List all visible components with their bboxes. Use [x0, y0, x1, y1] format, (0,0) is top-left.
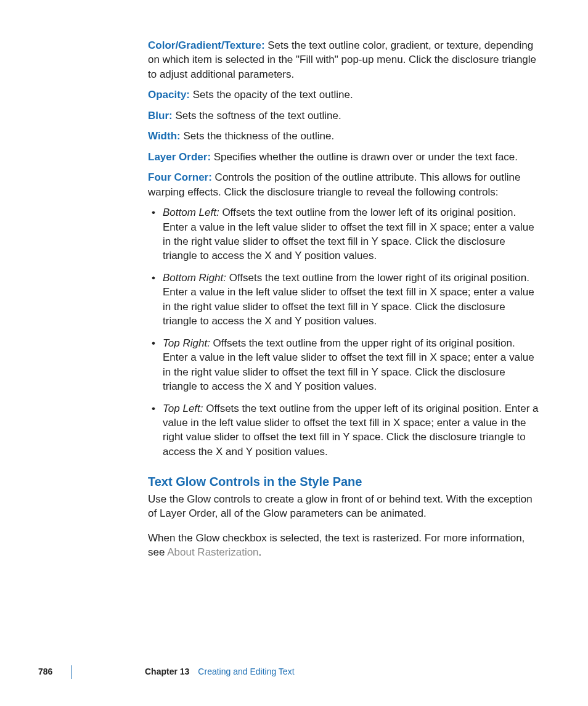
- link-about-rasterization[interactable]: About Rasterization: [167, 546, 258, 558]
- bullet-desc: Offsets the text outline from the upper …: [163, 337, 534, 392]
- page-footer: 786 Chapter 13 Creating and Editing Text: [38, 665, 544, 679]
- param-row: Layer Order: Specifies whether the outli…: [148, 150, 542, 164]
- param-row: Opacity: Sets the opacity of the text ou…: [148, 88, 542, 102]
- param-row: Width: Sets the thickness of the outline…: [148, 129, 542, 143]
- list-item: Bottom Right: Offsets the text outline f…: [160, 271, 542, 329]
- param-desc: Sets the thickness of the outline.: [181, 130, 334, 142]
- section-paragraph: When the Glow checkbox is selected, the …: [148, 531, 542, 560]
- section-paragraph: Use the Glow controls to create a glow i…: [148, 492, 542, 521]
- param-term: Width:: [148, 130, 181, 142]
- list-item: Top Right: Offsets the text outline from…: [160, 336, 542, 394]
- bullet-term: Bottom Right:: [163, 272, 226, 284]
- bullet-term: Bottom Left:: [163, 207, 219, 218]
- paragraph-text: .: [259, 546, 262, 558]
- list-item: Top Left: Offsets the text outline from …: [160, 401, 542, 459]
- param-row: Blur: Sets the softness of the text outl…: [148, 109, 542, 123]
- param-row: Four Corner: Controls the position of th…: [148, 170, 542, 199]
- page-number: 786: [38, 666, 73, 678]
- param-term: Opacity:: [148, 89, 190, 101]
- param-term: Layer Order:: [148, 151, 211, 163]
- bullet-term: Top Right:: [163, 337, 210, 349]
- param-term: Four Corner:: [148, 171, 212, 183]
- chapter-name: Creating and Editing Text: [198, 666, 294, 678]
- document-body: Color/Gradient/Texture: Sets the text ou…: [148, 38, 542, 566]
- param-term: Color/Gradient/Texture:: [148, 39, 265, 51]
- list-item: Bottom Left: Offsets the text outline fr…: [160, 205, 542, 263]
- param-desc: Specifies whether the outline is drawn o…: [211, 151, 518, 163]
- param-desc: Sets the softness of the text outline.: [173, 110, 341, 121]
- chapter-label: Chapter 13: [145, 666, 189, 678]
- section-heading: Text Glow Controls in the Style Pane: [148, 474, 542, 491]
- footer-divider: [71, 665, 72, 679]
- param-desc: Sets the opacity of the text outline.: [190, 89, 353, 101]
- bullet-list: Bottom Left: Offsets the text outline fr…: [148, 205, 542, 459]
- bullet-term: Top Left:: [163, 403, 203, 414]
- param-term: Blur:: [148, 110, 173, 121]
- bullet-desc: Offsets the text outline from the upper …: [163, 403, 539, 458]
- param-row: Color/Gradient/Texture: Sets the text ou…: [148, 38, 542, 81]
